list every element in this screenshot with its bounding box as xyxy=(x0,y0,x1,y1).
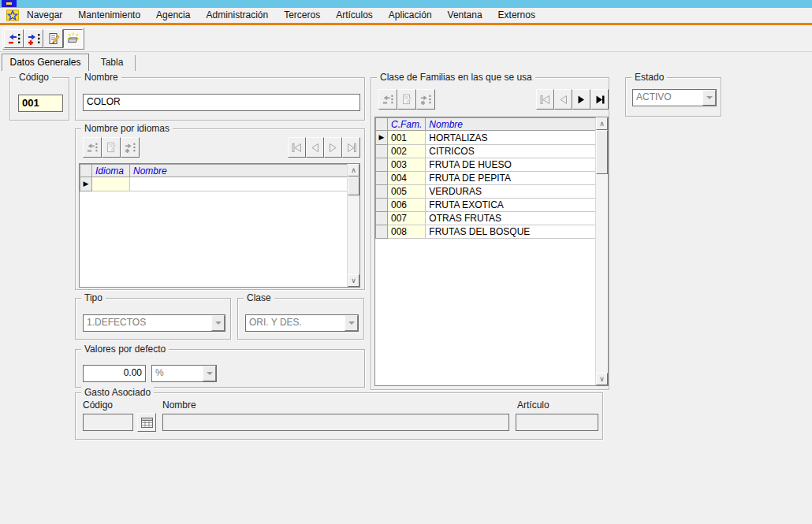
nombre-input[interactable]: COLOR xyxy=(83,94,360,111)
window-icon xyxy=(2,0,17,7)
row-indicator[interactable] xyxy=(376,225,388,239)
gasto-nombre-input[interactable] xyxy=(162,414,509,431)
row-indicator[interactable] xyxy=(376,199,388,212)
idiomas-edit-button[interactable] xyxy=(102,137,121,158)
row-indicator[interactable] xyxy=(376,158,388,172)
scroll-up-icon[interactable]: ∧ xyxy=(596,117,608,130)
menu-navegar[interactable]: Navegar xyxy=(19,8,70,23)
familias-first-button[interactable] xyxy=(536,89,554,110)
valor-defecto-input[interactable]: 0.00 xyxy=(83,365,146,382)
row-indicator[interactable] xyxy=(376,185,388,199)
cell-Nombre[interactable] xyxy=(130,177,348,191)
gasto-articulo-input[interactable] xyxy=(516,414,598,431)
cell-Nombre[interactable]: FRUTA DE HUESO xyxy=(426,158,601,172)
menu-agencia[interactable]: Agencia xyxy=(148,8,198,23)
estado-value: ACTIVO xyxy=(633,90,702,106)
idiomas-col-idioma[interactable]: Idioma xyxy=(92,165,130,177)
idiomas-add-button[interactable] xyxy=(121,137,140,158)
idiomas-scrollbar[interactable]: ∧ ∨ xyxy=(347,164,359,287)
arrow-left-minus-icon xyxy=(87,142,98,153)
document-edit-icon xyxy=(401,94,412,105)
estado-select[interactable]: ACTIVO xyxy=(632,89,717,106)
cell-Nombre[interactable]: VERDURAS xyxy=(426,185,601,199)
menu-aplicacion[interactable]: Aplicación xyxy=(381,8,440,23)
tab-tabla[interactable]: Tabla xyxy=(89,55,136,71)
idiomas-prev-button[interactable] xyxy=(306,137,324,158)
menu-ventana[interactable]: Ventana xyxy=(440,8,490,23)
gasto-codigo-input[interactable] xyxy=(83,414,133,431)
edit-record-button[interactable] xyxy=(43,29,63,48)
current-row-indicator[interactable]: ▶ xyxy=(80,177,92,191)
cell-C.Fam.[interactable]: 008 xyxy=(388,225,426,239)
familias-table: C.Fam. Nombre ▶001HORTALIZAS002CITRICOS0… xyxy=(375,117,601,239)
table-row[interactable]: ▶001HORTALIZAS xyxy=(376,131,601,145)
codigo-input[interactable]: 001 xyxy=(18,95,63,112)
table-row[interactable]: 006FRUTA EXOTICA xyxy=(376,199,601,212)
estado-dropdown-button[interactable] xyxy=(702,90,716,106)
current-row-indicator[interactable]: ▶ xyxy=(376,131,388,145)
familias-col-cfam[interactable]: C.Fam. xyxy=(388,118,426,131)
familias-next-button[interactable] xyxy=(572,89,590,110)
row-indicator[interactable] xyxy=(376,212,388,225)
idiomas-first-button[interactable] xyxy=(288,137,306,158)
tab-datos-generales[interactable]: Datos Generales xyxy=(2,54,89,71)
scroll-down-icon[interactable]: ∨ xyxy=(596,373,608,385)
clase-select[interactable]: ORI. Y DES. xyxy=(245,314,359,332)
menu-articulos[interactable]: Artículos xyxy=(328,8,381,23)
cell-Nombre[interactable]: FRUTA DE PEPITA xyxy=(426,172,601,185)
cell-Idioma[interactable] xyxy=(92,177,130,191)
familias-col-nombre[interactable]: Nombre xyxy=(426,118,601,131)
row-indicator[interactable] xyxy=(376,145,388,158)
menu-externos[interactable]: Externos xyxy=(490,8,543,23)
tipo-select[interactable]: 1.DEFECTOS xyxy=(83,314,225,332)
familias-scrollbar[interactable]: ∧ ∨ xyxy=(595,117,608,385)
next-record-button[interactable] xyxy=(24,29,43,48)
idiomas-col-nombre[interactable]: Nombre xyxy=(130,165,348,177)
idiomas-last-button[interactable] xyxy=(342,137,360,158)
cell-C.Fam.[interactable]: 004 xyxy=(388,172,426,185)
gasto-lookup-button[interactable] xyxy=(137,413,156,432)
idiomas-next-button[interactable] xyxy=(324,137,342,158)
familias-prev-button[interactable] xyxy=(554,89,572,110)
cell-C.Fam.[interactable]: 002 xyxy=(388,145,426,158)
cell-Nombre[interactable]: OTRAS FRUTAS xyxy=(426,212,601,225)
familias-delete-button[interactable] xyxy=(378,89,397,110)
tipo-dropdown-button[interactable] xyxy=(211,315,225,331)
cell-C.Fam.[interactable]: 007 xyxy=(388,212,426,225)
menu-mantenimiento[interactable]: Mantenimiento xyxy=(70,8,148,23)
familias-last-button[interactable] xyxy=(590,89,609,110)
cell-Nombre[interactable]: HORTALIZAS xyxy=(426,131,601,145)
open-highlight-button[interactable] xyxy=(63,29,83,48)
table-row[interactable]: ▶ xyxy=(80,177,348,191)
scroll-down-icon[interactable]: ∨ xyxy=(348,274,359,287)
unidad-dropdown-button[interactable] xyxy=(203,366,216,381)
menu-terceros[interactable]: Terceros xyxy=(276,8,328,23)
cell-Nombre[interactable]: FRUTA EXOTICA xyxy=(426,199,601,212)
table-row[interactable]: 007OTRAS FRUTAS xyxy=(376,212,601,225)
row-indicator[interactable] xyxy=(376,172,388,185)
idiomas-delete-button[interactable] xyxy=(83,137,102,158)
nombre-group: Nombre COLOR xyxy=(75,77,365,121)
cell-C.Fam.[interactable]: 003 xyxy=(388,158,426,172)
clase-dropdown-button[interactable] xyxy=(345,315,358,331)
scroll-up-icon[interactable]: ∧ xyxy=(348,164,359,177)
scrollbar-thumb[interactable] xyxy=(348,177,359,195)
cell-Nombre[interactable]: FRUTAS DEL BOSQUE xyxy=(426,225,601,239)
table-row[interactable]: 005VERDURAS xyxy=(376,185,601,199)
idiomas-header-row: Idioma Nombre xyxy=(80,165,348,177)
scrollbar-thumb[interactable] xyxy=(596,130,608,174)
familias-edit-button[interactable] xyxy=(397,89,416,110)
lookup-grid-icon xyxy=(141,418,153,428)
unidad-select[interactable]: % xyxy=(151,365,217,382)
menu-administracion[interactable]: Administración xyxy=(198,8,276,23)
familias-add-button[interactable] xyxy=(416,89,435,110)
table-row[interactable]: 003FRUTA DE HUESO xyxy=(376,158,601,172)
cell-C.Fam.[interactable]: 006 xyxy=(388,199,426,212)
prev-record-button[interactable] xyxy=(4,29,24,48)
cell-C.Fam.[interactable]: 005 xyxy=(388,185,426,199)
cell-C.Fam.[interactable]: 001 xyxy=(388,131,426,145)
cell-Nombre[interactable]: CITRICOS xyxy=(426,145,601,158)
table-row[interactable]: 002CITRICOS xyxy=(376,145,601,158)
table-row[interactable]: 008FRUTAS DEL BOSQUE xyxy=(376,225,601,239)
table-row[interactable]: 004FRUTA DE PEPITA xyxy=(376,172,601,185)
